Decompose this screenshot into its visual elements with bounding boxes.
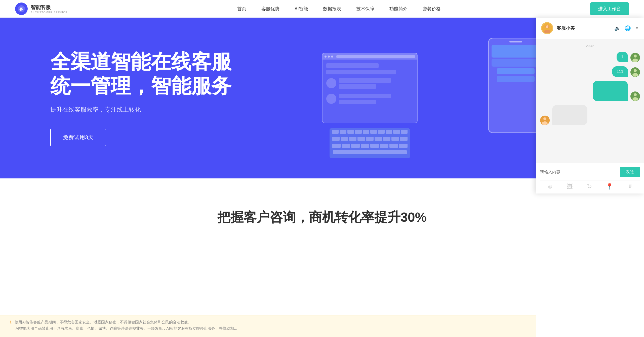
nav-ai[interactable]: AI智能 bbox=[295, 6, 308, 12]
msg-bubble-2: 111 bbox=[612, 66, 628, 77]
msg-avatar-1 bbox=[630, 53, 640, 62]
chat-header-icons: 🔈 🌐 ▼ bbox=[614, 25, 639, 31]
svg-point-8 bbox=[632, 59, 638, 62]
nav-price[interactable]: 套餐价格 bbox=[423, 6, 441, 12]
desktop-mockup bbox=[322, 53, 418, 123]
nav-home[interactable]: 首页 bbox=[237, 6, 246, 12]
notice-icon: ℹ bbox=[10, 320, 12, 324]
volume-icon[interactable]: 🔈 bbox=[614, 25, 621, 31]
notice-bar: ℹ 使用AI智能客服产品期间，不得危害国家安全、泄露国家秘密，不得侵犯国家社会集… bbox=[0, 315, 536, 337]
svg-text:客: 客 bbox=[19, 7, 23, 11]
brand-name-area: 智能客服 AI CUSTOMER SERVICE bbox=[31, 4, 67, 14]
refresh-icon[interactable]: ↻ bbox=[587, 183, 592, 190]
nav-advantage[interactable]: 客服优势 bbox=[261, 6, 279, 12]
hero-subtitle: 提升在线客服效率，专注线上转化 bbox=[50, 106, 322, 114]
chat-header: 客服小美 🔈 🌐 ▼ bbox=[536, 18, 644, 39]
svg-point-5 bbox=[546, 25, 548, 28]
svg-point-11 bbox=[632, 73, 638, 77]
location-icon[interactable]: 📍 bbox=[606, 183, 613, 190]
nav-feature[interactable]: 功能简介 bbox=[389, 6, 408, 12]
phone-mockup bbox=[488, 38, 543, 133]
desktop-titlebar bbox=[323, 53, 417, 60]
svg-point-10 bbox=[634, 69, 637, 72]
emoji-icon[interactable]: ☺ bbox=[547, 183, 553, 190]
send-button[interactable]: 发送 bbox=[620, 167, 640, 177]
chat-body: 20:42 1 111 bbox=[536, 39, 644, 163]
logo-area[interactable]: 客 智能客服 AI CUSTOMER SERVICE bbox=[15, 3, 67, 15]
brand-name: 智能客服 bbox=[31, 4, 67, 11]
chat-footer: 发送 ☺ 🖼 ↻ 📍 🎙 bbox=[536, 163, 644, 194]
msg-avatar-left bbox=[540, 116, 550, 125]
chat-agent-name: 客服小美 bbox=[557, 25, 611, 31]
enter-workspace-button[interactable]: 进入工作台 bbox=[590, 2, 629, 15]
chat-toolbar: ☺ 🖼 ↻ 📍 🎙 bbox=[540, 180, 640, 190]
nav-report[interactable]: 数据报表 bbox=[323, 6, 341, 12]
msg-bubble-4 bbox=[552, 105, 587, 125]
chat-message-3 bbox=[540, 81, 640, 101]
svg-point-13 bbox=[634, 93, 637, 96]
navbar: 客 智能客服 AI CUSTOMER SERVICE 首页 客服优势 AI智能 … bbox=[0, 0, 644, 18]
section2-title: 把握客户咨询，商机转化率提升30% bbox=[50, 209, 594, 226]
svg-point-16 bbox=[543, 117, 546, 120]
keyboard-mockup bbox=[330, 128, 410, 158]
msg-avatar-3 bbox=[630, 91, 640, 101]
chevron-down-icon[interactable]: ▼ bbox=[635, 26, 639, 30]
logo-icon: 客 bbox=[15, 3, 28, 15]
desktop-content bbox=[323, 60, 417, 110]
hero-content: 全渠道智能在线客服 统一管理，智能服务 提升在线客服效率，专注线上转化 免费试用… bbox=[50, 50, 322, 146]
chat-message-4 bbox=[540, 105, 640, 125]
notice-line-1: ℹ 使用AI智能客服产品期间，不得危害国家安全、泄露国家秘密，不得侵犯国家社会集… bbox=[10, 320, 526, 325]
brand-subtitle: AI CUSTOMER SERVICE bbox=[31, 11, 67, 14]
chat-input[interactable] bbox=[540, 170, 617, 174]
nav-links: 首页 客服优势 AI智能 数据报表 技术保障 功能简介 套餐价格 bbox=[88, 6, 590, 12]
globe-icon[interactable]: 🌐 bbox=[625, 25, 631, 31]
svg-point-17 bbox=[542, 121, 548, 125]
mic-icon[interactable]: 🎙 bbox=[627, 183, 633, 190]
hero-title: 全渠道智能在线客服 统一管理，智能服务 bbox=[50, 50, 322, 98]
chat-message-1: 1 bbox=[540, 52, 640, 62]
chat-input-row: 发送 bbox=[540, 167, 640, 177]
image-icon[interactable]: 🖼 bbox=[567, 183, 573, 190]
chat-widget: 客服小美 🔈 🌐 ▼ 20:42 1 111 bbox=[536, 18, 644, 194]
svg-point-14 bbox=[632, 97, 638, 101]
free-trial-button[interactable]: 免费试用3天 bbox=[50, 129, 106, 146]
nav-tech[interactable]: 技术保障 bbox=[356, 6, 374, 12]
chat-message-2: 111 bbox=[540, 66, 640, 77]
chat-agent-avatar bbox=[541, 22, 553, 34]
svg-point-7 bbox=[634, 55, 637, 58]
msg-bubble-1: 1 bbox=[617, 52, 628, 62]
chat-timestamp: 20:42 bbox=[540, 44, 640, 48]
msg-avatar-2 bbox=[630, 67, 640, 77]
notice-line-2: AI智能客服产品禁止用于含有木马、病毒、色情、赌博、诈骗等违法违规业务。一经发现… bbox=[10, 326, 526, 331]
msg-bubble-3 bbox=[593, 81, 628, 101]
